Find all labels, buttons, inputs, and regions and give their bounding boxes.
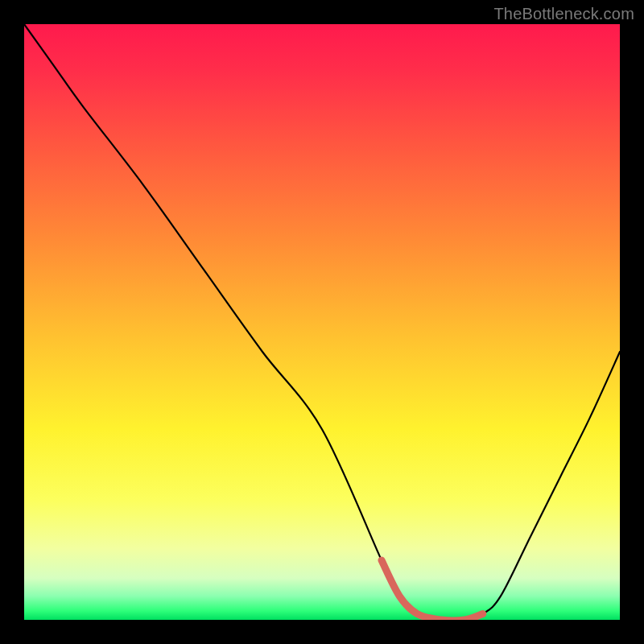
chart-svg [24, 24, 620, 620]
bottleneck-curve [24, 24, 620, 620]
watermark-text: TheBottleneck.com [493, 5, 634, 23]
highlight-segment [382, 560, 483, 620]
chart-frame [24, 24, 620, 620]
